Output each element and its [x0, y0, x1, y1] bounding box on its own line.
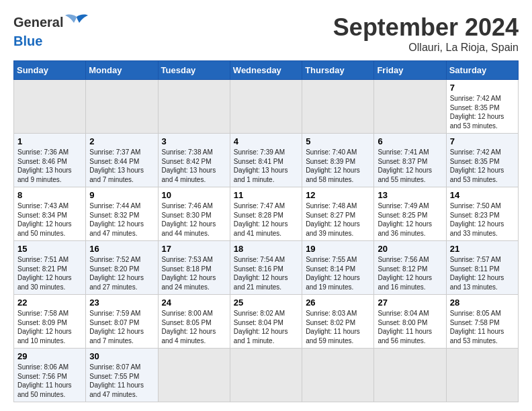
day-number: 12 — [306, 190, 370, 200]
day-number: 26 — [306, 298, 370, 308]
day-number: 8 — [17, 190, 82, 200]
weekday-header-wednesday: Wednesday — [230, 61, 302, 80]
calendar-week-1: 7 Sunrise: 7:42 AM Sunset: 8:35 PM Dayli… — [14, 80, 519, 134]
calendar-cell — [86, 80, 158, 134]
calendar-cell: 6 Sunrise: 7:41 AM Sunset: 8:37 PM Dayli… — [374, 134, 446, 187]
day-info: Sunrise: 7:40 AM Sunset: 8:39 PM Dayligh… — [306, 148, 370, 184]
day-info: Sunrise: 7:50 AM Sunset: 8:23 PM Dayligh… — [450, 201, 515, 238]
day-info: Sunrise: 8:04 AM Sunset: 8:00 PM Dayligh… — [378, 309, 442, 345]
day-info: Sunrise: 7:49 AM Sunset: 8:25 PM Dayligh… — [378, 201, 442, 238]
calendar-cell: 13 Sunrise: 7:49 AM Sunset: 8:25 PM Dayl… — [374, 187, 446, 241]
weekday-header-monday: Monday — [86, 61, 158, 80]
day-info: Sunrise: 7:47 AM Sunset: 8:28 PM Dayligh… — [234, 201, 298, 238]
day-info: Sunrise: 7:46 AM Sunset: 8:30 PM Dayligh… — [162, 201, 226, 238]
day-info: Sunrise: 7:57 AM Sunset: 8:11 PM Dayligh… — [450, 255, 515, 291]
day-info: Sunrise: 7:37 AM Sunset: 8:44 PM Dayligh… — [89, 148, 154, 184]
calendar-cell: 15 Sunrise: 7:51 AM Sunset: 8:21 PM Dayl… — [14, 241, 86, 295]
day-number: 10 — [162, 190, 226, 200]
weekday-header-sunday: Sunday — [14, 61, 86, 80]
day-number: 2 — [89, 136, 154, 146]
calendar-cell: 18 Sunrise: 7:54 AM Sunset: 8:16 PM Dayl… — [230, 241, 302, 295]
day-number: 28 — [450, 298, 515, 308]
calendar-cell — [374, 349, 446, 402]
calendar-cell: 24 Sunrise: 8:00 AM Sunset: 8:05 PM Dayl… — [158, 295, 230, 349]
calendar-cell: 30 Sunrise: 8:07 AM Sunset: 7:55 PM Dayl… — [86, 349, 158, 402]
day-info: Sunrise: 8:03 AM Sunset: 8:02 PM Dayligh… — [306, 309, 370, 345]
day-info: Sunrise: 7:58 AM Sunset: 8:09 PM Dayligh… — [17, 309, 82, 345]
day-info: Sunrise: 7:59 AM Sunset: 8:07 PM Dayligh… — [89, 309, 154, 345]
day-info: Sunrise: 7:42 AM Sunset: 8:35 PM Dayligh… — [450, 148, 515, 184]
day-number: 13 — [378, 190, 442, 200]
day-info: Sunrise: 7:53 AM Sunset: 8:18 PM Dayligh… — [162, 255, 226, 291]
day-info: Sunrise: 7:55 AM Sunset: 8:14 PM Dayligh… — [306, 255, 370, 291]
calendar-cell: 21 Sunrise: 7:57 AM Sunset: 8:11 PM Dayl… — [446, 241, 518, 295]
day-info: Sunrise: 7:56 AM Sunset: 8:12 PM Dayligh… — [378, 255, 442, 291]
month-title: September 2024 — [333, 13, 519, 42]
day-info: Sunrise: 7:48 AM Sunset: 8:27 PM Dayligh… — [306, 201, 370, 238]
day-number: 24 — [162, 298, 226, 308]
page-header: General Blue September 2024 Ollauri, La … — [13, 13, 519, 54]
calendar-cell: 19 Sunrise: 7:55 AM Sunset: 8:14 PM Dayl… — [302, 241, 374, 295]
day-info: Sunrise: 8:00 AM Sunset: 8:05 PM Dayligh… — [162, 309, 226, 345]
calendar-cell: 12 Sunrise: 7:48 AM Sunset: 8:27 PM Dayl… — [302, 187, 374, 241]
calendar-cell: 5 Sunrise: 7:40 AM Sunset: 8:39 PM Dayli… — [302, 134, 374, 187]
weekday-header-thursday: Thursday — [302, 61, 374, 80]
day-number: 7 — [450, 136, 515, 146]
day-number: 25 — [234, 298, 298, 308]
calendar-cell: 20 Sunrise: 7:56 AM Sunset: 8:12 PM Dayl… — [374, 241, 446, 295]
day-info: Sunrise: 7:52 AM Sunset: 8:20 PM Dayligh… — [89, 255, 154, 291]
calendar-cell: 7 Sunrise: 7:42 AM Sunset: 8:35 PM Dayli… — [446, 80, 518, 134]
day-number: 1 — [17, 136, 82, 146]
day-number: 3 — [162, 136, 226, 146]
calendar-cell: 25 Sunrise: 8:02 AM Sunset: 8:04 PM Dayl… — [230, 295, 302, 349]
day-info: Sunrise: 8:02 AM Sunset: 8:04 PM Dayligh… — [234, 309, 298, 345]
day-number: 23 — [89, 298, 154, 308]
day-info: Sunrise: 7:51 AM Sunset: 8:21 PM Dayligh… — [17, 255, 82, 291]
logo-blue: Blue — [13, 34, 89, 48]
calendar-cell: 17 Sunrise: 7:53 AM Sunset: 8:18 PM Dayl… — [158, 241, 230, 295]
calendar-cell: 2 Sunrise: 7:37 AM Sunset: 8:44 PM Dayli… — [86, 134, 158, 187]
calendar-cell: 26 Sunrise: 8:03 AM Sunset: 8:02 PM Dayl… — [302, 295, 374, 349]
day-info: Sunrise: 8:07 AM Sunset: 7:55 PM Dayligh… — [89, 363, 154, 399]
calendar-cell: 28 Sunrise: 8:05 AM Sunset: 7:58 PM Dayl… — [446, 295, 518, 349]
calendar-cell — [230, 349, 302, 402]
day-info: Sunrise: 8:05 AM Sunset: 7:58 PM Dayligh… — [450, 309, 515, 345]
calendar-cell — [230, 80, 302, 134]
day-number: 18 — [234, 244, 298, 254]
title-block: September 2024 Ollauri, La Rioja, Spain — [333, 13, 519, 54]
calendar-cell: 9 Sunrise: 7:44 AM Sunset: 8:32 PM Dayli… — [86, 187, 158, 241]
calendar-week-4: 15 Sunrise: 7:51 AM Sunset: 8:21 PM Dayl… — [14, 241, 519, 295]
calendar-cell: 4 Sunrise: 7:39 AM Sunset: 8:41 PM Dayli… — [230, 134, 302, 187]
day-number: 9 — [89, 190, 154, 200]
calendar-cell — [302, 80, 374, 134]
calendar-cell — [446, 349, 518, 402]
day-info: Sunrise: 7:43 AM Sunset: 8:34 PM Dayligh… — [17, 201, 82, 238]
day-number: 15 — [17, 244, 82, 254]
day-info: Sunrise: 7:42 AM Sunset: 8:35 PM Dayligh… — [450, 94, 515, 130]
weekday-header-tuesday: Tuesday — [158, 61, 230, 80]
logo: General Blue — [13, 13, 89, 48]
calendar-cell — [374, 80, 446, 134]
calendar-cell: 3 Sunrise: 7:38 AM Sunset: 8:42 PM Dayli… — [158, 134, 230, 187]
logo-general: General — [13, 15, 63, 30]
day-number: 22 — [17, 298, 82, 308]
day-info: Sunrise: 7:44 AM Sunset: 8:32 PM Dayligh… — [89, 201, 154, 238]
day-number: 19 — [306, 244, 370, 254]
calendar-week-2: 1 Sunrise: 7:36 AM Sunset: 8:46 PM Dayli… — [14, 134, 519, 187]
day-info: Sunrise: 7:39 AM Sunset: 8:41 PM Dayligh… — [234, 148, 298, 184]
day-number: 4 — [234, 136, 298, 146]
day-info: Sunrise: 7:41 AM Sunset: 8:37 PM Dayligh… — [378, 148, 442, 184]
day-number: 20 — [378, 244, 442, 254]
calendar-cell: 16 Sunrise: 7:52 AM Sunset: 8:20 PM Dayl… — [86, 241, 158, 295]
day-number: 14 — [450, 190, 515, 200]
calendar-cell: 7 Sunrise: 7:42 AM Sunset: 8:35 PM Dayli… — [446, 134, 518, 187]
day-info: Sunrise: 7:38 AM Sunset: 8:42 PM Dayligh… — [162, 148, 226, 184]
day-number: 30 — [89, 351, 154, 361]
weekday-header-saturday: Saturday — [446, 61, 518, 80]
day-info: Sunrise: 8:06 AM Sunset: 7:56 PM Dayligh… — [17, 363, 82, 399]
logo-bird-icon — [64, 13, 89, 34]
day-number: 29 — [17, 351, 82, 361]
day-number: 7 — [450, 83, 515, 93]
day-number: 27 — [378, 298, 442, 308]
calendar-cell: 8 Sunrise: 7:43 AM Sunset: 8:34 PM Dayli… — [14, 187, 86, 241]
